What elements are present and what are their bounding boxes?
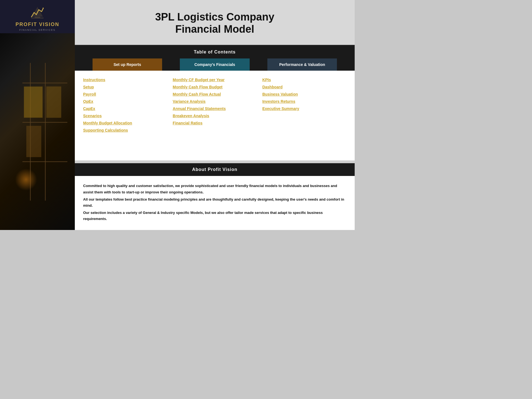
link-variance-analysis[interactable]: Variance Analysis xyxy=(173,99,257,104)
warehouse-image xyxy=(0,33,75,230)
link-scenarios[interactable]: Scenarios xyxy=(83,114,167,118)
brand-name: PROFIT VISION xyxy=(16,22,59,28)
link-kpis[interactable]: KPIs xyxy=(262,78,346,82)
tab-performance-valuation[interactable]: Performance & Valuation xyxy=(267,58,337,71)
link-annual-financial-statements[interactable]: Annual Financial Statements xyxy=(173,106,257,111)
sidebar: PROFIT VISION FINANCIAL SERVICES xyxy=(0,0,75,230)
link-executive-summary[interactable]: Executive Summary xyxy=(262,106,346,111)
link-dashboard[interactable]: Dashboard xyxy=(262,85,346,89)
toc-column-financials: Monthly CF Budget per Year Monthly Cash … xyxy=(173,78,257,132)
about-section: About Profit Vision Committed to high qu… xyxy=(75,163,355,230)
toc-tabs: Set up Reports Company's Financials Perf… xyxy=(75,58,355,71)
page-header: 3PL Logistics Company Financial Model xyxy=(75,0,355,46)
brand-sub: FINANCIAL SERVICES xyxy=(19,29,56,31)
link-monthly-budget-allocation[interactable]: Monthly Budget Allocation xyxy=(83,121,167,125)
tab-setup-reports[interactable]: Set up Reports xyxy=(93,58,162,71)
toc-header: Table of Contents xyxy=(75,46,355,58)
toc-column-setup: Instructions Setup Payroll OpEx CapEx Sc… xyxy=(83,78,167,132)
toc-section: Table of Contents Set up Reports Company… xyxy=(75,46,355,160)
link-breakeven-analysis[interactable]: Breakeven Analysis xyxy=(173,114,257,118)
link-supporting-calculations[interactable]: Supporting Calculations xyxy=(83,128,167,132)
link-setup[interactable]: Setup xyxy=(83,85,167,89)
main-content: 3PL Logistics Company Financial Model Ta… xyxy=(75,0,355,230)
tab-company-financials[interactable]: Company's Financials xyxy=(180,58,250,71)
toc-column-performance: KPIs Dashboard Business Valuation Invest… xyxy=(262,78,346,132)
link-opex[interactable]: OpEx xyxy=(83,99,167,104)
toc-links-area: Instructions Setup Payroll OpEx CapEx Sc… xyxy=(75,71,355,141)
about-paragraph-3: Our selection includes a variety of Gene… xyxy=(83,211,323,221)
about-paragraph-1: Committed to high quality and customer s… xyxy=(83,184,337,194)
about-text: Committed to high quality and customer s… xyxy=(75,176,355,230)
page-title: 3PL Logistics Company Financial Model xyxy=(91,11,338,35)
link-monthly-cash-flow-actual[interactable]: Monthly Cash Flow Actual xyxy=(173,92,257,96)
link-business-valuation[interactable]: Business Valuation xyxy=(262,92,346,96)
link-instructions[interactable]: Instructions xyxy=(83,78,167,82)
about-header: About Profit Vision xyxy=(75,163,355,176)
link-financial-ratios[interactable]: Financial Ratios xyxy=(173,121,257,125)
link-monthly-cf-budget-year[interactable]: Monthly CF Budget per Year xyxy=(173,78,257,82)
logo-icon xyxy=(29,6,46,19)
link-payroll[interactable]: Payroll xyxy=(83,92,167,96)
link-monthly-cash-flow-budget[interactable]: Monthly Cash Flow Budget xyxy=(173,85,257,89)
about-paragraph-2: All our templates follow best practice f… xyxy=(83,197,344,208)
link-investors-returns[interactable]: Investors Returns xyxy=(262,99,346,104)
logo-area: PROFIT VISION FINANCIAL SERVICES xyxy=(16,0,59,35)
link-capex[interactable]: CapEx xyxy=(83,106,167,111)
